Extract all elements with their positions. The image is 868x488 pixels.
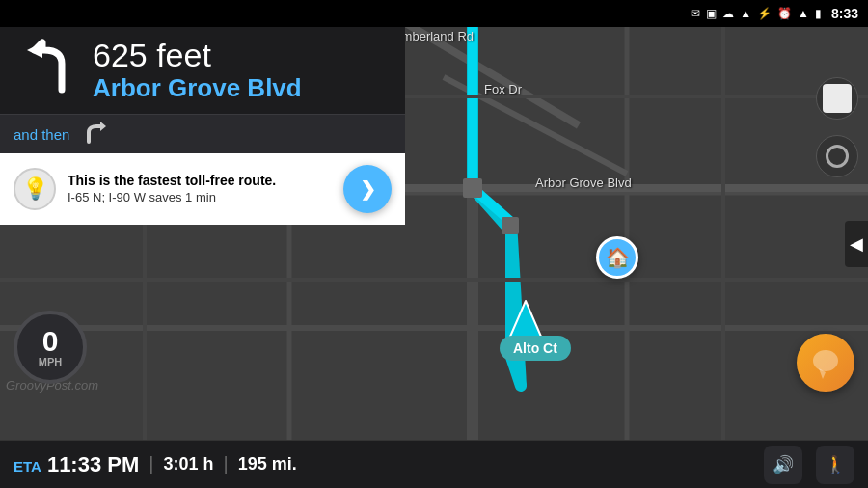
alto-ct-label: Alto Ct (500, 336, 571, 361)
wifi-icon: ▲ (740, 7, 751, 20)
nav-street-name: Arbor Grove Blvd (93, 73, 392, 103)
svg-marker-19 (100, 122, 106, 131)
turn-arrow (14, 37, 81, 104)
svg-marker-18 (27, 42, 42, 58)
svg-point-20 (813, 350, 838, 371)
and-then-row: and then (0, 114, 405, 153)
speed-value: 0 (42, 327, 59, 356)
alarm-icon: ⏰ (777, 7, 792, 20)
nav-text: 625 feet Arbor Grove Blvd (81, 38, 392, 104)
home-marker: 🏠 (596, 236, 638, 279)
arbor-grove-blvd-label: Arbor Grove Blvd (535, 176, 632, 190)
tip-line1: This is the fastest toll-free route. (68, 172, 334, 189)
and-then-label: and then (14, 126, 69, 143)
tip-arrow-button[interactable] (343, 165, 392, 213)
status-bar: ✉ ▣ ☁ ▲ ⚡ ⏰ ▲ ▮ 8:33 (0, 0, 868, 27)
divider-1: | (149, 453, 153, 475)
compass-button[interactable] (816, 77, 858, 120)
svg-rect-11 (463, 178, 482, 198)
trip-distance: 195 mi. (238, 454, 297, 474)
compass-icon (823, 84, 852, 113)
right-side-buttons (816, 77, 858, 177)
bottom-right-buttons: 🔊 🚶 (764, 446, 854, 484)
navigation-panel: 625 feet Arbor Grove Blvd and then 💡 Thi… (0, 27, 405, 225)
fox-dr-label: Fox Dr (484, 82, 522, 96)
tip-text: This is the fastest toll-free route. I-6… (68, 172, 334, 205)
eta-time: 11:33 PM (47, 452, 139, 477)
location-button[interactable] (816, 135, 858, 177)
photo-icon: ▣ (706, 7, 717, 20)
tip-line2: I-65 N; I-90 W saves 1 min (68, 190, 334, 206)
sound-button[interactable]: 🔊 (764, 446, 802, 484)
speed-unit: MPH (39, 356, 62, 367)
tip-icon: 💡 (14, 168, 56, 210)
signal-icon: ▲ (798, 7, 809, 20)
trip-duration: 3:01 h (163, 454, 213, 474)
cloud-icon: ☁ (722, 7, 734, 20)
bluetooth-icon: ⚡ (757, 7, 772, 20)
status-time: 8:33 (831, 6, 858, 21)
email-icon: ✉ (691, 7, 700, 20)
walker-button[interactable]: 🚶 (816, 446, 854, 484)
bottom-bar: ETA 11:33 PM | 3:01 h | 195 mi. 🔊 🚶 (0, 440, 868, 488)
eta-label: ETA (14, 458, 41, 474)
battery-icon: ▮ (815, 7, 822, 20)
divider-2: | (224, 453, 229, 475)
back-arrow-button[interactable]: ◀ (845, 221, 868, 267)
chat-button[interactable] (797, 334, 854, 392)
nav-distance: 625 feet (93, 38, 392, 73)
svg-rect-12 (502, 217, 519, 234)
eta-section: ETA 11:33 PM (14, 452, 139, 477)
speed-meter: 0 MPH (14, 311, 87, 384)
tip-card[interactable]: 💡 This is the fastest toll-free route. I… (0, 153, 405, 225)
chat-icon (809, 346, 842, 379)
location-icon (826, 145, 849, 168)
next-turn-icon (79, 121, 106, 148)
